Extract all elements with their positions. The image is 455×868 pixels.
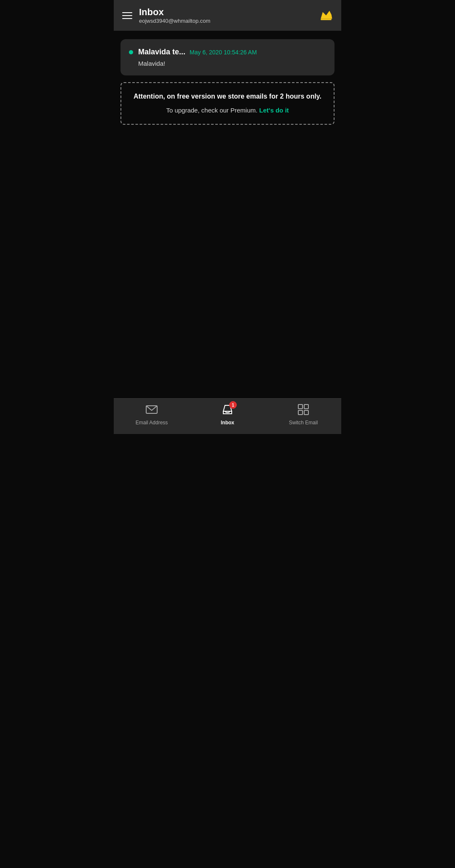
nav-item-email-address[interactable]: Email Address	[135, 404, 169, 426]
svg-rect-5	[298, 410, 302, 415]
main-content: Malavida te... May 6, 2020 10:54:26 AM M…	[114, 31, 341, 398]
switch-email-icon	[297, 404, 309, 418]
unread-indicator	[129, 50, 133, 54]
nav-label-switch-email: Switch Email	[289, 420, 318, 426]
premium-icon[interactable]	[319, 9, 333, 22]
email-card-header: Malavida te... May 6, 2020 10:54:26 AM	[138, 48, 326, 56]
svg-rect-6	[304, 410, 308, 415]
svg-rect-4	[304, 405, 308, 409]
svg-marker-0	[321, 11, 332, 19]
nav-label-inbox: Inbox	[221, 420, 234, 426]
nav-item-switch-email[interactable]: Switch Email	[286, 404, 320, 426]
page-title: Inbox	[139, 7, 210, 18]
nav-item-inbox[interactable]: 1 Inbox	[211, 404, 244, 426]
bottom-nav: Email Address 1 Inbox Switch Email	[114, 398, 341, 434]
header-title-area: Inbox eojwsd3940@whmailtop.com	[139, 7, 210, 24]
email-sender: Malavida te...	[138, 48, 185, 56]
svg-rect-3	[298, 405, 302, 409]
header-left: Inbox eojwsd3940@whmailtop.com	[122, 7, 210, 24]
notice-main-text: Attention, on free version we store emai…	[130, 91, 325, 102]
notice-secondary-text: To upgrade, check our Premium. Let's do …	[130, 106, 325, 115]
header-email: eojwsd3940@whmailtop.com	[139, 18, 210, 24]
inbox-badge: 1	[229, 401, 237, 409]
inbox-icon: 1	[222, 404, 233, 418]
svg-rect-1	[321, 19, 332, 20]
menu-button[interactable]	[122, 12, 132, 19]
notice-box: Attention, on free version we store emai…	[120, 82, 335, 125]
email-card[interactable]: Malavida te... May 6, 2020 10:54:26 AM M…	[120, 39, 335, 75]
upgrade-link[interactable]: Let's do it	[259, 107, 289, 114]
content-spacer	[120, 131, 335, 390]
email-date: May 6, 2020 10:54:26 AM	[190, 49, 257, 56]
app-header: Inbox eojwsd3940@whmailtop.com	[114, 0, 341, 31]
email-address-icon	[146, 404, 158, 418]
email-card-content: Malavida te... May 6, 2020 10:54:26 AM M…	[138, 48, 326, 67]
email-preview: Malavida!	[138, 60, 326, 67]
nav-label-email-address: Email Address	[136, 420, 168, 426]
